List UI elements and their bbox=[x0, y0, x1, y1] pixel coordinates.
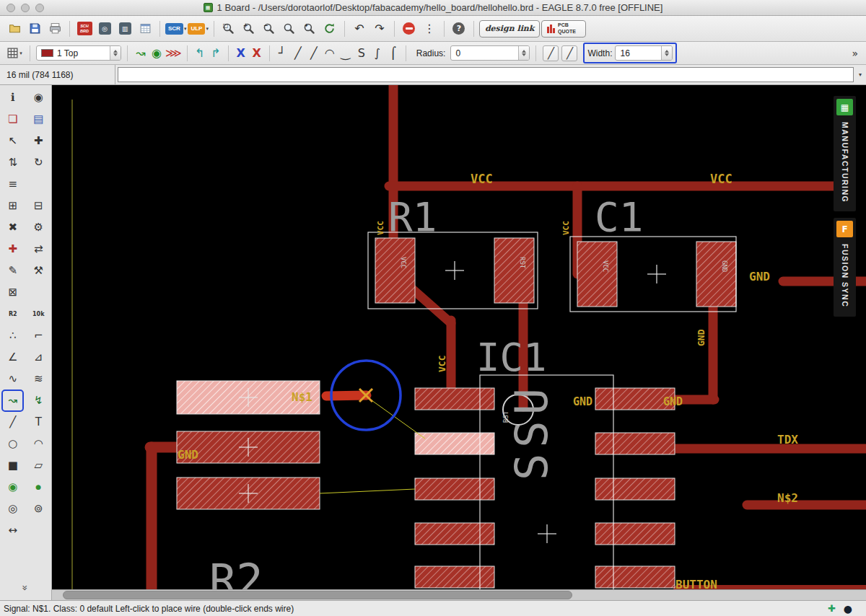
toolbar-overflow-button[interactable]: » bbox=[852, 48, 858, 59]
pcb-quote-button[interactable]: PCB QUOTE bbox=[541, 19, 586, 38]
smd-pad[interactable] bbox=[415, 523, 494, 545]
command-input[interactable] bbox=[118, 67, 854, 82]
miter-x-red[interactable]: X bbox=[250, 45, 264, 62]
miter-tool[interactable]: ⌐ bbox=[29, 326, 48, 346]
signal-layers-tool[interactable]: ≋ bbox=[29, 369, 48, 389]
smd-pad[interactable] bbox=[415, 388, 494, 410]
stretch-tool[interactable]: ↔ bbox=[3, 521, 22, 540]
wire-bend-2[interactable]: ╱ bbox=[307, 45, 321, 62]
print-button[interactable] bbox=[45, 19, 64, 38]
board-canvas[interactable]: VCCVCCGNDN$1GNDGNDGNDTDXN$2BUTTONVCCVCCV… bbox=[52, 85, 866, 600]
smd-pad[interactable] bbox=[595, 566, 675, 588]
slope-style-2[interactable]: ╱ bbox=[561, 45, 577, 61]
route-tool[interactable]: ↝ bbox=[3, 391, 22, 410]
wire-bend-select[interactable]: ↝ bbox=[134, 45, 148, 62]
run-script-button[interactable]: SCR▾ bbox=[165, 19, 186, 38]
slope-style-1[interactable]: ╱ bbox=[543, 45, 559, 61]
command-history-button[interactable]: ▾ bbox=[854, 65, 866, 84]
wire-bend-7[interactable]: ⌠ bbox=[386, 45, 401, 62]
smd-pad[interactable] bbox=[595, 523, 675, 545]
select-tool[interactable]: ↖ bbox=[3, 131, 22, 151]
radius-select[interactable]: 0 bbox=[450, 45, 530, 61]
open-button[interactable] bbox=[5, 19, 24, 38]
ratsnest-tool[interactable]: ∴ bbox=[3, 326, 22, 346]
meander-tool[interactable]: ∿ bbox=[3, 369, 22, 389]
help-button[interactable]: ? bbox=[450, 19, 468, 38]
layer-select[interactable]: 1 Top bbox=[36, 45, 121, 61]
minimize-window-button[interactable] bbox=[21, 4, 30, 12]
circle-tool[interactable]: ○ bbox=[3, 434, 22, 454]
lock-tool[interactable]: ⊠ bbox=[3, 283, 22, 302]
miter-corner-round[interactable]: ↰ bbox=[193, 45, 207, 62]
ripup-tool[interactable]: ↯ bbox=[29, 391, 48, 410]
move-tool[interactable]: ✚ bbox=[29, 131, 48, 151]
delete-tool[interactable]: ✖ bbox=[3, 218, 22, 237]
smd-pad[interactable] bbox=[577, 242, 617, 307]
statistics-button[interactable]: ▥ bbox=[115, 19, 134, 38]
manufacturing-tab[interactable]: ▦ MANUFACTURING bbox=[834, 96, 856, 211]
more-actions-button[interactable]: ⋮ bbox=[420, 19, 439, 38]
replace-tool[interactable]: ⇄ bbox=[29, 239, 48, 259]
redo-button[interactable]: ↷ bbox=[370, 19, 389, 38]
wire-tool[interactable]: ╱ bbox=[3, 413, 22, 432]
mirror-tool[interactable]: ⇅ bbox=[3, 153, 22, 172]
wire-bend-4[interactable]: ‿ bbox=[338, 45, 353, 62]
fusion-sync-tab[interactable]: F FUSION SYNC bbox=[834, 218, 856, 316]
layer-stepper[interactable] bbox=[110, 46, 121, 60]
wire-bend-6[interactable]: ∫ bbox=[370, 45, 385, 62]
sidebar-collapse-button[interactable]: » bbox=[22, 581, 29, 594]
value-edit-tool[interactable]: 10k bbox=[29, 304, 48, 324]
run-ulp-button[interactable]: ULP▾ bbox=[188, 19, 209, 38]
name-tool[interactable]: ✎ bbox=[3, 261, 22, 281]
hole-tool[interactable]: ◎ bbox=[3, 499, 22, 519]
dot-tool[interactable]: ● bbox=[29, 478, 48, 497]
display-layers-tool[interactable]: ❏ bbox=[3, 110, 22, 129]
grid-button[interactable]: ▾ bbox=[5, 44, 24, 63]
polygon-tool[interactable]: ▱ bbox=[29, 456, 48, 475]
width-stepper[interactable] bbox=[661, 46, 672, 60]
smd-pad[interactable] bbox=[696, 242, 736, 307]
scrollbar-thumb[interactable] bbox=[63, 591, 572, 599]
stop-button[interactable] bbox=[400, 19, 419, 38]
smd-pad[interactable] bbox=[415, 566, 494, 588]
save-button[interactable] bbox=[25, 19, 44, 38]
smash-tool[interactable]: ⚒ bbox=[29, 261, 48, 281]
switch-schematic-board-button[interactable]: SCHBRD bbox=[75, 19, 94, 38]
wire-bend-5[interactable]: S bbox=[354, 45, 369, 62]
smd-pad[interactable] bbox=[595, 478, 675, 500]
text-tool[interactable]: T bbox=[29, 413, 48, 432]
smd-pad[interactable] bbox=[415, 433, 494, 454]
wire-bend-3[interactable]: ◠ bbox=[323, 45, 337, 62]
split-tool[interactable]: ∠ bbox=[3, 348, 22, 367]
wire-bend-0[interactable]: ┘ bbox=[275, 45, 289, 62]
design-manager-button[interactable] bbox=[136, 19, 154, 38]
info-tool[interactable]: ℹ bbox=[3, 88, 22, 107]
zoom-previous-button[interactable] bbox=[280, 19, 299, 38]
paste-tool[interactable]: ⊟ bbox=[29, 196, 48, 216]
smd-pad[interactable] bbox=[375, 238, 415, 303]
redraw-button[interactable] bbox=[320, 19, 339, 38]
wire-bend-skip[interactable]: ⋙ bbox=[165, 45, 182, 62]
design-link-button[interactable]: design link bbox=[479, 19, 541, 38]
wire-bend-1[interactable]: ╱ bbox=[291, 45, 305, 62]
pinswap-tool[interactable]: ⚙ bbox=[29, 218, 48, 237]
smd-pad[interactable] bbox=[595, 433, 675, 454]
copy-tool[interactable]: ⊞ bbox=[3, 196, 22, 216]
airwire[interactable] bbox=[320, 489, 415, 493]
radius-stepper[interactable] bbox=[518, 46, 529, 60]
miter-corner-straight[interactable]: ↱ bbox=[209, 45, 223, 62]
eye-tool[interactable]: ◉ bbox=[29, 88, 48, 107]
rotate-tool[interactable]: ↻ bbox=[29, 153, 48, 172]
zoom-in-button[interactable]: + bbox=[240, 19, 258, 38]
miter-x-blue[interactable]: X bbox=[234, 45, 248, 62]
value-resistor-tool[interactable]: R2 bbox=[3, 304, 22, 324]
status-add-icon[interactable]: ✚ bbox=[828, 603, 836, 614]
undo-button[interactable]: ↶ bbox=[350, 19, 369, 38]
zoom-window-button[interactable] bbox=[35, 4, 44, 12]
add-tool[interactable]: ✚ bbox=[3, 239, 22, 259]
width-select[interactable]: 16 bbox=[615, 45, 673, 61]
arc-tool[interactable]: ◠ bbox=[29, 434, 48, 454]
align-tool[interactable]: ≡ bbox=[3, 175, 22, 194]
optimize-tool[interactable]: ⊿ bbox=[29, 348, 48, 367]
wire-bend-dot[interactable]: ◉ bbox=[149, 45, 164, 62]
